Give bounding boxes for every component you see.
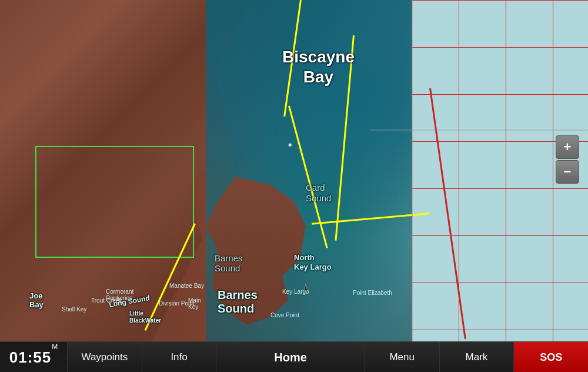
toolbar: 01:55 M Waypoints Info Home Menu Mark SO… bbox=[0, 341, 588, 372]
zoom-out-button[interactable]: − bbox=[556, 160, 579, 184]
time-ampm: M bbox=[52, 343, 58, 351]
time-value: 01:55 bbox=[9, 348, 52, 367]
zoom-controls: + − bbox=[556, 135, 579, 184]
menu-button[interactable]: Menu bbox=[365, 342, 440, 372]
waypoints-button[interactable]: Waypoints bbox=[68, 342, 142, 372]
svg-marker-0 bbox=[304, 284, 308, 292]
mark-button[interactable]: Mark bbox=[440, 342, 514, 372]
selection-rectangle bbox=[35, 146, 194, 258]
map-container[interactable]: Biscayne Bay Card Sound Barnes Sound Bar… bbox=[0, 0, 588, 341]
vessel-icon bbox=[300, 283, 312, 294]
home-button[interactable]: Home bbox=[216, 342, 365, 372]
time-display: 01:55 M bbox=[0, 342, 68, 372]
satellite-chart-boundary bbox=[412, 0, 413, 341]
chart-h-boundary bbox=[370, 129, 588, 131]
zoom-in-button[interactable]: + bbox=[556, 135, 579, 159]
info-button[interactable]: Info bbox=[142, 342, 217, 372]
sos-button[interactable]: SOS bbox=[514, 342, 588, 372]
